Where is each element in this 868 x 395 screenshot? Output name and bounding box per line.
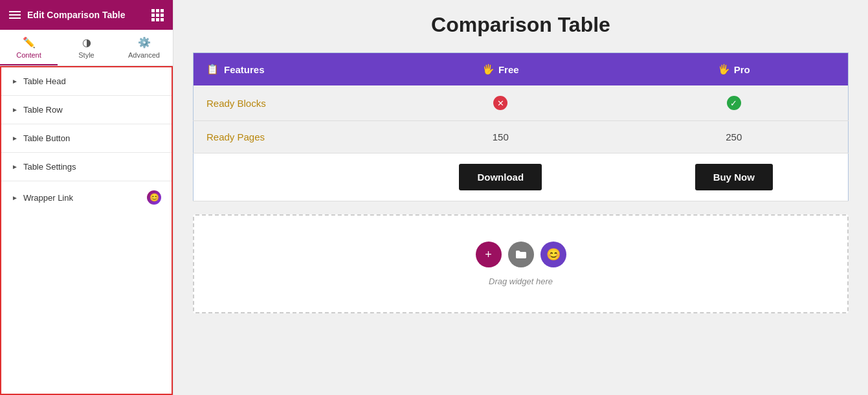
sidebar-item-wrapper-link[interactable]: ► Wrapper Link 😊 bbox=[1, 181, 172, 214]
buynow-cell: Buy Now bbox=[619, 153, 848, 201]
tab-advanced-label: Advanced bbox=[128, 51, 160, 59]
sidebar-item-table-row[interactable]: ► Table Row bbox=[1, 96, 172, 124]
hamburger-icon[interactable] bbox=[9, 11, 21, 19]
free-hand-icon: 🖐 bbox=[482, 63, 495, 75]
chevron-right-icon-3: ► bbox=[12, 135, 18, 142]
th-free-label: Free bbox=[498, 64, 519, 75]
sidebar-item-table-row-label: Table Row bbox=[23, 105, 63, 115]
pro-ready-blocks: ✓ bbox=[619, 85, 848, 121]
sidebar-header: Edit Comparison Table bbox=[0, 0, 173, 30]
th-pro: 🖐 Pro bbox=[619, 53, 848, 86]
folder-widget-button[interactable] bbox=[508, 242, 534, 267]
main-area: Comparison Table 📋 Features 🖐 Free bbox=[173, 0, 868, 395]
th-free: 🖐 Free bbox=[381, 53, 619, 86]
feature-ready-pages: Ready Pages bbox=[194, 121, 382, 153]
wrapper-link-badge-icon: 😊 bbox=[150, 193, 159, 202]
sidebar-item-table-head-label: Table Head bbox=[23, 76, 66, 86]
free-ready-blocks: ✕ bbox=[381, 85, 619, 121]
tab-content[interactable]: ✏️ Content bbox=[0, 30, 58, 65]
pro-hand-icon: 🖐 bbox=[718, 63, 730, 75]
times-icon: ✕ bbox=[493, 96, 507, 110]
comparison-table: 📋 Features 🖐 Free 🖐 Pro bbox=[193, 52, 849, 201]
tab-content-label: Content bbox=[16, 51, 41, 59]
pro-ready-pages: 250 bbox=[619, 121, 848, 153]
download-button[interactable]: Download bbox=[459, 164, 542, 190]
content-icon: ✏️ bbox=[23, 36, 36, 49]
sidebar-item-table-settings[interactable]: ► Table Settings bbox=[1, 153, 172, 181]
sidebar-item-table-button-label: Table Button bbox=[23, 133, 70, 143]
th-features-label: Features bbox=[224, 64, 265, 75]
page-title: Comparison Table bbox=[193, 13, 849, 37]
sidebar-item-table-button-left: ► Table Button bbox=[12, 133, 70, 143]
add-widget-button[interactable]: + bbox=[476, 242, 502, 267]
table-header-row: 📋 Features 🖐 Free 🖐 Pro bbox=[194, 53, 849, 86]
emoji-widget-button[interactable]: 😊 bbox=[540, 242, 566, 267]
wrapper-link-badge: 😊 bbox=[147, 190, 161, 205]
style-icon: ◑ bbox=[82, 36, 91, 49]
sidebar: Edit Comparison Table ✏️ Content ◑ Style… bbox=[0, 0, 173, 395]
grid-icon[interactable] bbox=[151, 9, 164, 21]
button-row-empty bbox=[194, 153, 382, 201]
advanced-icon: ⚙️ bbox=[138, 36, 151, 49]
drag-text: Drag widget here bbox=[489, 276, 553, 286]
features-icon: 📋 bbox=[206, 63, 219, 75]
feature-ready-blocks: Ready Blocks bbox=[194, 85, 382, 121]
download-cell: Download bbox=[381, 153, 619, 201]
sidebar-item-table-settings-left: ► Table Settings bbox=[12, 162, 76, 172]
sidebar-item-table-settings-label: Table Settings bbox=[23, 162, 76, 172]
sidebar-title: Edit Comparison Table bbox=[27, 10, 125, 20]
th-features: 📋 Features bbox=[194, 53, 382, 86]
drag-icons: + 😊 bbox=[476, 242, 566, 267]
th-pro-label: Pro bbox=[734, 64, 750, 75]
button-row: Download Buy Now bbox=[194, 153, 849, 201]
sidebar-item-table-head[interactable]: ► Table Head bbox=[1, 67, 172, 96]
table-row: Ready Pages 150 250 bbox=[194, 121, 849, 153]
sidebar-item-table-head-left: ► Table Head bbox=[12, 76, 66, 86]
chevron-right-icon-2: ► bbox=[12, 106, 18, 113]
tab-style[interactable]: ◑ Style bbox=[58, 30, 115, 65]
sidebar-header-left: Edit Comparison Table bbox=[9, 10, 125, 20]
check-icon: ✓ bbox=[727, 96, 741, 110]
chevron-right-icon: ► bbox=[12, 78, 18, 85]
free-ready-pages: 150 bbox=[381, 121, 619, 153]
chevron-right-icon-4: ► bbox=[12, 163, 18, 170]
table-row: Ready Blocks ✕ ✓ bbox=[194, 85, 849, 121]
buynow-button[interactable]: Buy Now bbox=[695, 164, 773, 190]
sidebar-item-wrapper-link-left: ► Wrapper Link bbox=[12, 193, 73, 203]
sidebar-item-table-row-left: ► Table Row bbox=[12, 105, 63, 115]
tab-advanced[interactable]: ⚙️ Advanced bbox=[115, 30, 173, 65]
sidebar-tabs: ✏️ Content ◑ Style ⚙️ Advanced bbox=[0, 30, 173, 66]
tab-style-label: Style bbox=[78, 51, 94, 59]
sidebar-item-wrapper-link-label: Wrapper Link bbox=[23, 193, 73, 203]
drag-widget-area: + 😊 Drag widget here bbox=[193, 214, 849, 313]
sidebar-item-table-button[interactable]: ► Table Button bbox=[1, 124, 172, 153]
chevron-right-icon-5: ► bbox=[12, 194, 18, 201]
sidebar-items-wrapper: ► Table Head ► Table Row ► Table Button … bbox=[0, 66, 173, 395]
